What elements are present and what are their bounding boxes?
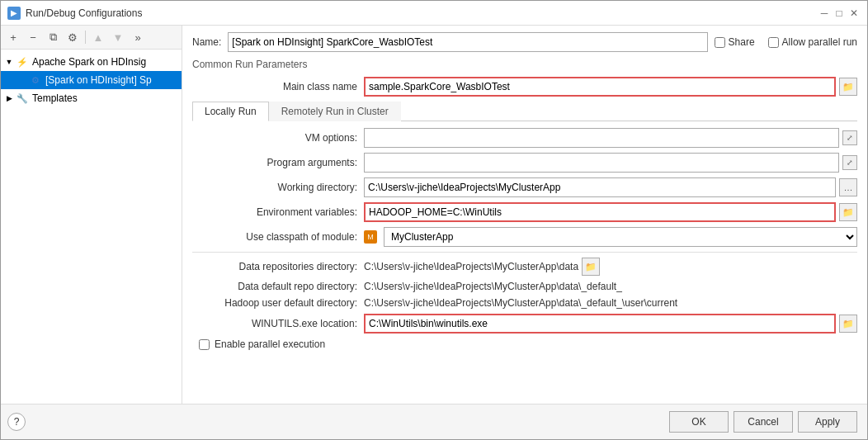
data-repo-dir-label: Data repositories directory:: [192, 261, 357, 272]
minimize-button[interactable]: ─: [818, 7, 831, 20]
settings-config-button[interactable]: ⚙: [64, 28, 82, 46]
main-class-label: Main class name: [192, 81, 357, 92]
name-label: Name:: [192, 36, 221, 48]
form-divider: [192, 252, 857, 253]
classpath-wrap: M MyClusterApp: [364, 227, 857, 247]
main-class-input[interactable]: [364, 77, 836, 97]
working-dir-browse-button[interactable]: …: [839, 178, 857, 196]
add-config-button[interactable]: +: [4, 28, 22, 46]
spark-group-icon: ⚡: [16, 55, 29, 69]
main-class-browse-button[interactable]: 📁: [839, 78, 857, 96]
data-default-repo-value: C:\Users\v-jiche\IdeaProjects\MyClusterA…: [364, 281, 622, 292]
vm-options-wrap: ⤢: [364, 128, 857, 148]
close-button[interactable]: ✕: [847, 7, 861, 20]
hadoop-user-label: Hadoop user default directory:: [192, 297, 357, 309]
config-tree: ▼ ⚡ Apache Spark on HDInsig ⚙ [Spark on …: [1, 50, 182, 404]
tree-arrow-spark-config: [17, 75, 27, 85]
move-up-button[interactable]: ▲: [89, 28, 107, 46]
main-content: + − ⧉ ⚙ ▲ ▼ » ▼ ⚡ Apache Spark on HDInsi…: [1, 26, 867, 404]
window-icon: ▶: [7, 7, 21, 20]
share-label: Share: [729, 36, 755, 48]
right-panel: Name: Share Allow parallel run Common Ru…: [182, 26, 867, 404]
sidebar-toolbar: + − ⧉ ⚙ ▲ ▼ »: [1, 26, 182, 50]
vm-options-input[interactable]: [364, 128, 839, 148]
name-input[interactable]: [228, 32, 707, 52]
share-checkbox[interactable]: [715, 37, 725, 48]
data-repo-dir-row: Data repositories directory: C:\Users\v-…: [192, 258, 857, 276]
hadoop-user-row: Hadoop user default directory: C:\Users\…: [192, 297, 857, 309]
tree-arrow-apache-spark: ▼: [4, 57, 14, 67]
winutils-browse-button[interactable]: 📁: [839, 315, 857, 333]
hadoop-user-value: C:\Users\v-jiche\IdeaProjects\MyClusterA…: [364, 297, 677, 309]
data-repo-dir-wrap: C:\Users\v-jiche\IdeaProjects\MyClusterA…: [364, 258, 857, 276]
help-button[interactable]: ?: [7, 413, 26, 431]
spark-config-icon: ⚙: [29, 73, 42, 87]
bottom-left: ?: [7, 413, 26, 431]
bottom-bar: ? OK Cancel Apply: [1, 404, 867, 439]
data-default-repo-label: Data default repo directory:: [192, 281, 357, 292]
apply-button[interactable]: Apply: [798, 411, 857, 433]
tab-remotely-run[interactable]: Remotely Run in Cluster: [269, 102, 401, 121]
share-checkbox-label[interactable]: Share: [715, 36, 755, 48]
parallel-checkbox[interactable]: [768, 37, 779, 48]
winutils-input[interactable]: [364, 314, 836, 334]
cancel-button[interactable]: Cancel: [734, 411, 793, 433]
main-class-input-wrap: 📁: [364, 77, 857, 97]
tree-item-spark-config[interactable]: ⚙ [Spark on HDInsight] Sp: [1, 71, 182, 89]
tree-label-apache-spark: Apache Spark on HDInsig: [32, 56, 146, 68]
tree-item-templates[interactable]: ▶ 🔧 Templates: [1, 89, 182, 107]
data-repo-browse-button[interactable]: 📁: [582, 258, 600, 276]
parallel-exec-label[interactable]: Enable parallel execution: [215, 338, 325, 350]
window-controls: ─ □ ✕: [818, 7, 861, 20]
move-down-button[interactable]: ▼: [109, 28, 127, 46]
parallel-exec-row: Enable parallel execution: [192, 338, 857, 350]
parallel-exec-checkbox[interactable]: [199, 339, 210, 350]
env-vars-wrap: 📁: [364, 202, 857, 222]
working-dir-label: Working directory:: [192, 182, 357, 193]
maximize-button[interactable]: □: [833, 7, 846, 20]
module-icon: M: [364, 230, 377, 244]
env-vars-label: Environment variables:: [192, 206, 357, 218]
main-class-row: Main class name 📁: [192, 77, 857, 97]
program-args-row: Program arguments: ⤢: [192, 153, 857, 173]
vm-options-expand-button[interactable]: ⤢: [842, 130, 857, 145]
vm-options-label: VM options:: [192, 132, 357, 144]
parallel-checkbox-label[interactable]: Allow parallel run: [768, 36, 857, 48]
toolbar-separator: [85, 31, 86, 44]
name-row: Name: Share Allow parallel run: [192, 32, 857, 52]
tab-locally-run[interactable]: Locally Run: [192, 102, 269, 121]
tree-arrow-templates: ▶: [4, 93, 14, 103]
classpath-select[interactable]: MyClusterApp: [384, 227, 857, 247]
window-title: Run/Debug Configurations: [26, 7, 142, 19]
top-checkboxes: Share Allow parallel run: [715, 36, 857, 48]
env-vars-row: Environment variables: 📁: [192, 202, 857, 222]
bottom-right: OK Cancel Apply: [669, 411, 857, 433]
program-args-wrap: ⤢: [364, 153, 857, 173]
data-default-repo-row: Data default repo directory: C:\Users\v-…: [192, 281, 857, 292]
classpath-label: Use classpath of module:: [192, 231, 357, 243]
tree-item-apache-spark[interactable]: ▼ ⚡ Apache Spark on HDInsig: [1, 53, 182, 71]
remove-config-button[interactable]: −: [24, 28, 42, 46]
parallel-label: Allow parallel run: [782, 36, 857, 48]
env-vars-browse-button[interactable]: 📁: [839, 203, 857, 221]
more-options-button[interactable]: »: [129, 28, 147, 46]
data-repo-dir-value: C:\Users\v-jiche\IdeaProjects\MyClusterA…: [364, 261, 578, 272]
tabs-container: Locally Run Remotely Run in Cluster: [192, 102, 857, 121]
title-bar-left: ▶ Run/Debug Configurations: [7, 7, 142, 20]
tree-label-spark-config: [Spark on HDInsight] Sp: [45, 74, 152, 86]
ok-button[interactable]: OK: [669, 411, 729, 433]
working-dir-input[interactable]: [364, 177, 836, 197]
program-args-input[interactable]: [364, 153, 839, 173]
classpath-row: Use classpath of module: M MyClusterApp: [192, 227, 857, 247]
working-dir-row: Working directory: …: [192, 177, 857, 197]
title-bar: ▶ Run/Debug Configurations ─ □ ✕: [1, 1, 867, 26]
copy-config-button[interactable]: ⧉: [44, 28, 62, 46]
form-area: VM options: ⤢ Program arguments: ⤢: [192, 128, 857, 397]
program-args-expand-button[interactable]: ⤢: [842, 155, 857, 170]
env-vars-input[interactable]: [364, 202, 836, 222]
winutils-label: WINUTILS.exe location:: [192, 318, 357, 329]
parallel-exec-text: Enable parallel execution: [215, 338, 325, 350]
sidebar: + − ⧉ ⚙ ▲ ▼ » ▼ ⚡ Apache Spark on HDInsi…: [1, 26, 182, 404]
program-args-label: Program arguments:: [192, 157, 357, 168]
templates-icon: 🔧: [16, 92, 29, 105]
